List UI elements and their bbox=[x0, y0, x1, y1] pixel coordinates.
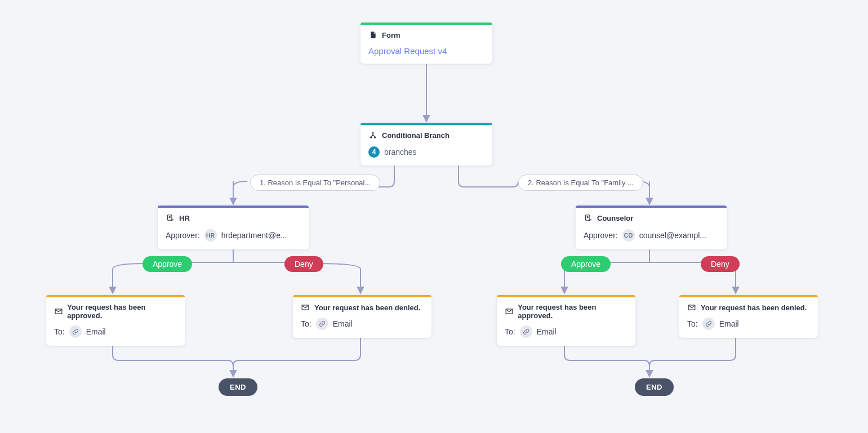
end-pill-right: END bbox=[635, 378, 674, 396]
mail-icon bbox=[54, 307, 63, 316]
to-value: Email bbox=[537, 327, 557, 336]
form-icon bbox=[368, 30, 377, 39]
link-icon bbox=[316, 318, 328, 330]
node-notify-denied-left[interactable]: Your request has been denied. To: Email bbox=[293, 295, 431, 338]
to-label: To: bbox=[54, 327, 65, 336]
notify-title: Your request has been approved. bbox=[518, 303, 627, 320]
to-value: Email bbox=[86, 327, 106, 336]
notify-title: Your request has been approved. bbox=[67, 303, 177, 320]
mail-icon bbox=[301, 303, 310, 312]
node-notify-denied-right[interactable]: Your request has been denied. To: Email bbox=[679, 295, 818, 338]
mail-icon bbox=[687, 303, 696, 312]
deny-pill-right[interactable]: Deny bbox=[701, 256, 740, 272]
end-pill-left: END bbox=[219, 378, 257, 396]
node-approval-counselor[interactable]: Counselor Approver: CO counsel@exampl... bbox=[576, 206, 727, 249]
connectors bbox=[0, 0, 868, 433]
svg-rect-1 bbox=[372, 35, 375, 36]
link-icon bbox=[69, 325, 82, 338]
approval-hr-title: HR bbox=[179, 214, 190, 222]
approval-icon bbox=[166, 213, 175, 222]
approval-counselor-title: Counselor bbox=[597, 214, 633, 222]
form-name-link[interactable]: Approval Request v4 bbox=[368, 46, 447, 56]
approver-email-hr: hrdepartment@e... bbox=[221, 231, 287, 240]
node-form[interactable]: Form Approval Request v4 bbox=[360, 23, 492, 64]
approval-icon bbox=[584, 213, 593, 222]
notify-title: Your request has been denied. bbox=[701, 303, 807, 312]
avatar-counselor: CO bbox=[622, 229, 635, 242]
to-value: Email bbox=[333, 319, 353, 328]
avatar-hr: HR bbox=[204, 229, 217, 242]
node-conditional-title: Conditional Branch bbox=[382, 131, 449, 140]
node-approval-hr[interactable]: HR Approver: HR hrdepartment@e... bbox=[158, 206, 309, 249]
link-icon bbox=[702, 318, 715, 330]
svg-rect-0 bbox=[372, 34, 375, 35]
approve-pill-right[interactable]: Approve bbox=[561, 256, 611, 272]
branches-word: branches bbox=[384, 148, 417, 157]
approver-email-counselor: counsel@exampl... bbox=[639, 231, 706, 240]
condition-pill-1[interactable]: 1. Reason Is Equal To "Personal... bbox=[250, 175, 380, 191]
to-label: To: bbox=[301, 319, 311, 328]
approver-label: Approver: bbox=[166, 231, 200, 240]
approver-label: Approver: bbox=[584, 231, 618, 240]
mail-icon bbox=[505, 307, 513, 316]
node-notify-approved-right[interactable]: Your request has been approved. To: Emai… bbox=[497, 295, 635, 346]
notify-title: Your request has been denied. bbox=[314, 303, 420, 312]
deny-pill-left[interactable]: Deny bbox=[284, 256, 323, 272]
node-conditional[interactable]: Conditional Branch 4 branches bbox=[360, 123, 492, 166]
node-form-title: Form bbox=[382, 31, 400, 39]
approve-pill-left[interactable]: Approve bbox=[143, 256, 192, 272]
condition-pill-2[interactable]: 2. Reason Is Equal To "Family ... bbox=[518, 175, 643, 191]
branch-icon bbox=[368, 131, 377, 140]
branch-count-badge: 4 bbox=[368, 146, 380, 158]
to-label: To: bbox=[687, 319, 698, 328]
workflow-canvas[interactable]: Form Approval Request v4 Conditional Bra… bbox=[0, 0, 868, 433]
to-value: Email bbox=[719, 319, 739, 328]
link-icon bbox=[520, 325, 532, 338]
node-notify-approved-left[interactable]: Your request has been approved. To: Emai… bbox=[46, 295, 185, 346]
to-label: To: bbox=[505, 327, 515, 336]
